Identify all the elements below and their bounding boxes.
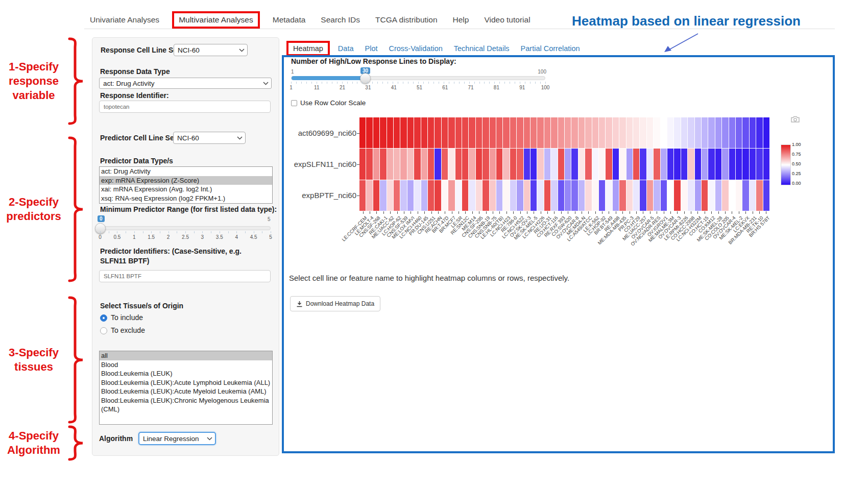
heatmap-cell[interactable] (496, 180, 502, 211)
heatmap-cell[interactable] (421, 149, 427, 179)
heatmap-cell[interactable] (599, 149, 605, 179)
heatmap-cell[interactable] (654, 117, 660, 148)
heatmap-cell[interactable] (448, 117, 454, 148)
predictor-types-listbox[interactable]: act: Drug Activityexp: mRNA Expression (… (99, 166, 273, 204)
heatmap-cell[interactable] (531, 117, 537, 148)
heatmap-cell[interactable] (585, 117, 591, 148)
heatmap-cell[interactable] (722, 117, 728, 148)
heatmap-cell[interactable] (633, 117, 639, 148)
nav-item-metadata[interactable]: Metadata (273, 15, 306, 25)
tissue-exclude-radio[interactable] (100, 327, 107, 334)
heatmap-cell[interactable] (688, 180, 694, 211)
nav-item-video-tutorial[interactable]: Video tutorial (484, 15, 530, 25)
heatmap-cell[interactable] (736, 149, 742, 179)
heatmap-cell[interactable] (565, 149, 571, 179)
heatmap-cell[interactable] (462, 149, 468, 179)
heatmap-cell[interactable] (394, 117, 400, 148)
heatmap-cell[interactable] (531, 149, 537, 179)
heatmap-cell[interactable] (571, 180, 577, 211)
heatmap-cell[interactable] (654, 149, 660, 179)
response-identifier-input[interactable] (99, 101, 271, 113)
heatmap-cell[interactable] (702, 180, 708, 211)
heatmap-cell[interactable] (366, 149, 372, 179)
heatmap-cell[interactable] (565, 117, 571, 148)
predictor-type-option-act-drug-activity[interactable]: act: Drug Activity (100, 167, 272, 176)
download-heatmap-button[interactable]: Download Heatmap Data (290, 296, 380, 311)
heatmap-cell[interactable] (613, 149, 619, 179)
tab-heatmap[interactable]: Heatmap (286, 41, 330, 56)
heatmap-cell[interactable] (729, 117, 735, 148)
tab-partial-correlation[interactable]: Partial Correlation (521, 44, 580, 53)
response-type-select[interactable]: act: Drug Activity (99, 78, 272, 89)
heatmap-cell[interactable] (619, 180, 625, 211)
tissue-listbox[interactable]: allBloodBlood:Leukemia (LEUK)Blood:Leuke… (99, 351, 273, 425)
heatmap-cell[interactable] (763, 180, 769, 211)
predictor-ids-input[interactable] (99, 270, 271, 282)
heatmap-cell[interactable] (763, 117, 769, 148)
heatmap-cell[interactable] (455, 149, 462, 179)
heatmap-cell[interactable] (380, 117, 386, 148)
heatmap-cell[interactable] (626, 180, 633, 211)
heatmap-cell[interactable] (708, 117, 714, 148)
heatmap-cell[interactable] (503, 149, 509, 179)
tab-technical-details[interactable]: Technical Details (454, 44, 510, 53)
heatmap-cell[interactable] (585, 180, 591, 211)
heatmap-cell[interactable] (674, 117, 680, 148)
heatmap-cell[interactable] (681, 149, 687, 179)
predictor-set-select[interactable]: NCI-60 (173, 132, 246, 144)
heatmap-cell[interactable] (359, 117, 366, 148)
heatmap-cell[interactable] (626, 117, 633, 148)
heatmap-cell[interactable] (380, 149, 386, 179)
heatmap-cell[interactable] (661, 149, 667, 179)
heatmap-cell[interactable] (688, 149, 694, 179)
heatmap-cell[interactable] (400, 180, 406, 211)
heatmap-row-label-act609699-nci60[interactable]: act609699_nci60 (264, 129, 356, 137)
heatmap-cell[interactable] (708, 149, 714, 179)
lines-slider-track[interactable] (291, 76, 545, 80)
heatmap-cell[interactable] (435, 149, 441, 179)
heatmap-cell[interactable] (428, 117, 434, 148)
heatmap-cell[interactable] (476, 117, 482, 148)
heatmap-cell[interactable] (722, 149, 728, 179)
heatmap-cell[interactable] (640, 117, 646, 148)
heatmap-cell[interactable] (414, 117, 420, 148)
heatmap-cell[interactable] (524, 180, 530, 211)
heatmap-cell[interactable] (729, 149, 735, 179)
heatmap-cell[interactable] (742, 180, 749, 211)
heatmap-cell[interactable] (742, 149, 749, 179)
heatmap-cell[interactable] (510, 149, 516, 179)
predictor-type-option-exp-mrna-expression-z-score[interactable]: exp: mRNA Expression (Z-Score) (100, 176, 272, 185)
heatmap-cell[interactable] (702, 117, 708, 148)
heatmap-cell[interactable] (606, 180, 612, 211)
heatmap-cell[interactable] (462, 117, 468, 148)
heatmap-cell[interactable] (476, 180, 482, 211)
heatmap-cell[interactable] (407, 149, 414, 179)
algorithm-select[interactable]: Linear Regression (138, 432, 216, 445)
heatmap-cell[interactable] (387, 180, 393, 211)
heatmap-cell[interactable] (469, 117, 475, 148)
heatmap-cell[interactable] (619, 117, 625, 148)
heatmap-cell[interactable] (517, 180, 523, 211)
heatmap-cell[interactable] (613, 117, 619, 148)
heatmap-cell[interactable] (750, 180, 756, 211)
heatmap-cell[interactable] (544, 117, 550, 148)
heatmap-cell[interactable] (490, 149, 496, 179)
heatmap-cell[interactable] (544, 149, 550, 179)
heatmap-cell[interactable] (578, 149, 585, 179)
heatmap-cell[interactable] (667, 149, 673, 179)
heatmap-cell[interactable] (407, 117, 414, 148)
heatmap-cell[interactable] (503, 180, 509, 211)
heatmap-cell[interactable] (626, 149, 633, 179)
heatmap-cell[interactable] (476, 149, 482, 179)
heatmap-cell[interactable] (599, 180, 605, 211)
heatmap-cell[interactable] (585, 149, 591, 179)
heatmap-cell[interactable] (387, 149, 393, 179)
heatmap-cell[interactable] (647, 117, 653, 148)
heatmap-cell[interactable] (715, 117, 721, 148)
predictor-type-option-xai-mrna-expression-avg-log2-int[interactable]: xai: mRNA Expression (Avg. log2 Int.) (100, 185, 272, 194)
heatmap-cell[interactable] (571, 149, 577, 179)
heatmap-cell[interactable] (681, 117, 687, 148)
heatmap-cell[interactable] (373, 149, 379, 179)
heatmap-cell[interactable] (756, 149, 762, 179)
tissue-option-blood-leukemia-leuk-acute-myeloid-leukem[interactable]: Blood:Leukemia (LEUK):Acute Myeloid Leuk… (100, 387, 272, 396)
